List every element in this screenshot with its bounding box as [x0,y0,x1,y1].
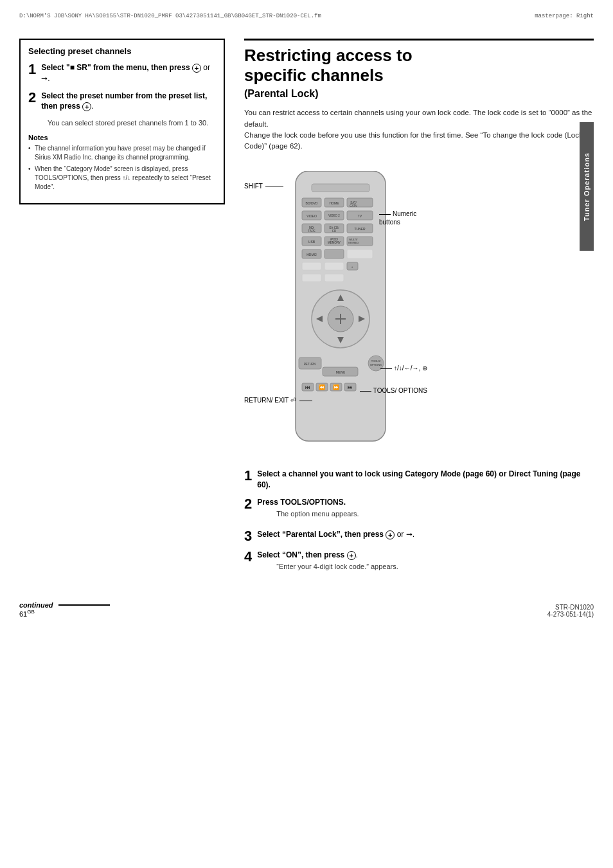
svg-rect-39 [302,274,321,282]
svg-text:RETURN: RETURN [304,363,316,366]
left-step-2-bold: Select the preset number from the preset… [41,91,207,111]
notes-section: Notes The channel information you have p… [28,134,216,192]
svg-text:⏪: ⏪ [319,384,325,390]
numeric-buttons-label: Numeric buttons [379,210,427,226]
svg-rect-33 [347,249,373,258]
svg-rect-35 [302,262,321,270]
svg-text:⏭: ⏭ [348,384,353,390]
intro-p2: Change the lock code before you use this… [244,130,594,152]
footer-area: continued 61GB STR-DN1020 4-273-051-14(1… [19,601,594,618]
right-step-3-bold: Select “Parental Lock”, then press + [257,530,395,539]
bottom-right: STR-DN1020 4-273-051-14(1) [547,604,594,618]
right-section-subtitle: (Parental Lock) [244,88,594,100]
right-step-1-bold: Select a channel you want to lock using … [257,469,580,489]
intro-para-1: You can restrict access to certain chann… [244,107,594,152]
plus-circle-icon-3: + [386,530,395,539]
svg-rect-1 [312,184,369,192]
svg-text:STEREO: STEREO [348,241,359,244]
right-step-1-num: 1 [244,469,252,483]
right-section-title: Restricting access to specific channels [244,39,594,86]
svg-rect-36 [324,262,344,270]
right-step-1: 1 Select a channel you want to lock usin… [244,469,594,491]
right-step-4-sub: “Enter your 4-digit lock code.” appears. [276,562,398,572]
return-label: RETURN/ EXIT ⏎ [244,396,312,404]
left-step-2-num: 2 [28,91,36,105]
right-step-3-num: 3 [244,529,252,543]
right-step-2: 2 Press TOOLS/OPTIONS. The option menu a… [244,497,594,523]
right-step-2-bold: Press TOOLS/OPTIONS. [257,498,346,507]
page-container: D:\NORM'S JOB\SONY HA\SO0155\STR-DN1020_… [0,0,613,868]
page-number: 61GB [19,609,110,618]
numeric-line [379,214,391,215]
svg-text:⏮: ⏮ [305,384,310,390]
right-step-2-text: Press TOOLS/OPTIONS. [257,497,359,508]
page-sup: GB [27,609,35,615]
right-title-line2: specific channels [244,66,384,85]
continued-line [58,604,110,606]
svg-text:TUNER: TUNER [354,227,366,231]
right-step-2-num: 2 [244,497,252,511]
arrows-line [380,368,392,369]
catalog-number: 4-273-051-14(1) [547,611,594,618]
svg-text:⏩: ⏩ [333,384,339,390]
svg-text:+: + [351,266,353,269]
right-step-4-content: Select “ON”, then press +. “Enter your 4… [257,550,398,575]
right-steps: 1 Select a channel you want to lock usin… [244,469,594,575]
plus-circle-icon-4: + [347,551,356,560]
svg-text:MENU: MENU [336,370,346,374]
file-path: D:\NORM'S JOB\SONY HA\SO0155\STR-DN1020_… [19,13,321,19]
right-column: Tuner Operations Restricting access to s… [244,39,594,582]
shift-label: SHIFT [244,183,283,190]
shift-line [265,186,283,186]
svg-text:CATV: CATV [350,204,357,208]
svg-text:VIDEO: VIDEO [306,214,317,218]
right-step-4-text: Select “ON”, then press +. [257,550,398,561]
right-step-4-num: 4 [244,550,252,564]
tools-label: TOOLS/ OPTIONS [360,386,427,395]
right-step-3-text: Select “Parental Lock”, then press + or … [257,529,414,540]
left-step-2-sub: You can select stored preset channels fr… [48,118,216,128]
svg-text:HDMI2: HDMI2 [306,253,317,257]
notes-title: Notes [28,134,216,141]
svg-text:TV: TV [358,214,362,218]
main-content: Selecting preset channels 1 Select "■ SR… [19,39,594,582]
tools-line [360,391,371,392]
left-step-2: 2 Select the preset number from the pres… [28,91,216,113]
left-step-1: 1 Select "■ SR" from the menu, then pres… [28,62,216,84]
right-step-4: 4 Select “ON”, then press +. “Enter your… [244,550,594,575]
svg-text:TOOLS/: TOOLS/ [371,359,381,363]
selecting-preset-title: Selecting preset channels [28,46,216,56]
right-step-2-sub: The option menu appears. [276,509,359,519]
svg-text:TAPE: TAPE [308,230,315,233]
note-2: When the “Category Mode” screen is displ… [28,165,216,192]
footer-left: continued 61GB [19,601,110,618]
plus-circle-icon: + [192,64,201,73]
svg-text:HOME: HOME [330,201,340,205]
page-num-value: 61 [19,610,27,618]
left-step-1-text: Select "■ SR" from the menu, then press … [41,62,216,84]
svg-rect-40 [324,274,344,282]
return-line [299,401,312,401]
left-column: Selecting preset channels 1 Select "■ SR… [19,39,225,582]
right-step-2-content: Press TOOLS/OPTIONS. The option menu app… [257,497,359,523]
right-step-4-bold: Select “ON”, then press + [257,550,355,559]
left-step-1-bold: Select "■ SR" from the menu, then press … [41,63,201,72]
selecting-preset-section: Selecting preset channels 1 Select "■ SR… [19,39,225,204]
svg-text:USB: USB [308,240,315,244]
left-step-1-num: 1 [28,62,36,77]
masterpage: masterpage: Right [535,13,594,19]
remote-diagram-area: SHIFT Numeric buttons ↑/↓/←/→, ⊕ TOOLS/ … [244,165,594,456]
svg-text:CD: CD [332,230,337,233]
svg-text:MEMORY: MEMORY [328,241,341,244]
continued-label: continued [19,601,53,609]
right-title-line1: Restricting access to [244,46,413,65]
continued-text: continued [19,601,110,609]
svg-rect-32 [324,249,344,258]
model-number: STR-DN1020 [547,604,594,611]
right-step-3: 3 Select “Parental Lock”, then press + o… [244,529,594,543]
svg-text:VIDEO 2: VIDEO 2 [328,214,340,217]
meta-line: D:\NORM'S JOB\SONY HA\SO0155\STR-DN1020_… [19,13,594,19]
right-step-1-text: Select a channel you want to lock using … [257,469,594,491]
left-step-2-text: Select the preset number from the preset… [41,91,216,113]
note-1: The channel information you have preset … [28,144,216,162]
